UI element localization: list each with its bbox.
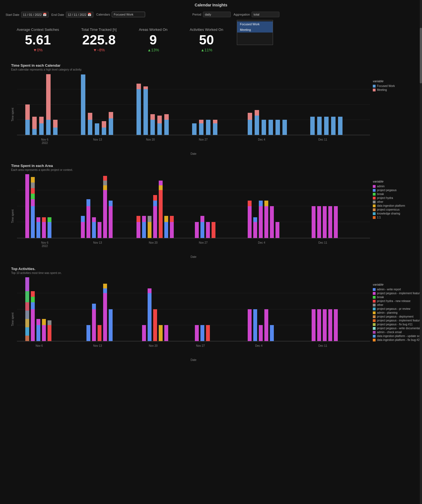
svg-text:Nov 6: Nov 6	[41, 138, 49, 141]
svg-text:Dec 4: Dec 4	[258, 241, 265, 244]
svg-rect-134	[334, 206, 338, 238]
chart2-title: Time Spent in each Area	[11, 164, 411, 168]
svg-rect-23	[102, 128, 106, 135]
legend-dip-update-schemas: data ingestion platform - update schemas	[373, 335, 422, 338]
svg-rect-49	[275, 120, 280, 135]
svg-rect-93	[103, 190, 107, 238]
svg-rect-27	[136, 89, 141, 135]
svg-rect-128	[270, 206, 274, 238]
aggregation-group: Aggregation total average	[234, 12, 279, 17]
svg-rect-86	[81, 222, 85, 238]
chart2-legend-title: variable	[373, 180, 417, 183]
chart3-legend: variable admin - write report project pe…	[373, 277, 422, 361]
svg-rect-182	[159, 325, 163, 341]
svg-rect-160	[31, 309, 35, 341]
chart3-section: Top Activities. Top 10 activities most t…	[0, 261, 422, 364]
svg-rect-38	[199, 123, 203, 135]
svg-rect-95	[103, 181, 107, 185]
svg-rect-40	[206, 120, 210, 135]
svg-rect-161	[31, 302, 35, 309]
svg-rect-114	[170, 216, 174, 222]
calendar-option-meeting[interactable]: Meeting	[237, 27, 273, 33]
svg-rect-47	[262, 120, 266, 135]
legend-admin: admin	[373, 185, 417, 188]
svg-text:Dec 4: Dec 4	[255, 344, 263, 347]
svg-rect-116	[200, 222, 204, 238]
svg-rect-155	[25, 302, 29, 311]
calendar-option-focused[interactable]: Focused Work	[237, 21, 273, 27]
svg-rect-156	[25, 311, 29, 319]
svg-rect-181	[153, 309, 157, 341]
svg-rect-25	[109, 118, 113, 135]
svg-rect-121	[248, 201, 252, 206]
svg-rect-45	[255, 116, 259, 135]
svg-rect-19	[81, 74, 85, 135]
scrollbar[interactable]	[420, 0, 422, 504]
svg-rect-131	[317, 206, 321, 238]
svg-rect-34	[157, 116, 162, 123]
stat-label-1: Total Time Tracked [h]	[81, 28, 116, 32]
svg-rect-11	[32, 129, 37, 135]
end-date-label: End Date	[51, 13, 64, 16]
svg-rect-166	[42, 325, 46, 341]
svg-rect-153	[25, 277, 29, 291]
svg-text:Dec 11: Dec 11	[318, 241, 327, 244]
svg-rect-98	[109, 201, 113, 206]
stat-value-1: 225.8	[81, 33, 116, 47]
stat-change-0: ▼0%	[17, 48, 59, 52]
svg-rect-90	[92, 222, 96, 238]
chart2-legend: variable admin project pegasus break pro…	[373, 174, 417, 258]
svg-text:Nov 20: Nov 20	[149, 241, 158, 244]
svg-rect-109	[159, 185, 163, 190]
stat-change-2: ▲13%	[139, 48, 167, 52]
svg-rect-112	[164, 216, 168, 222]
stat-areas: Areas Worked On 9 ▲13%	[139, 28, 167, 52]
svg-rect-120	[248, 206, 252, 238]
svg-rect-24	[102, 121, 106, 128]
svg-rect-122	[253, 222, 257, 238]
svg-rect-169	[48, 320, 51, 325]
svg-rect-87	[81, 216, 85, 222]
svg-text:Dec 4: Dec 4	[258, 138, 265, 141]
svg-rect-20	[88, 120, 92, 135]
svg-rect-105	[153, 206, 157, 238]
legend-color-focused	[373, 85, 376, 88]
legend-meeting: Meeting	[373, 88, 417, 91]
svg-rect-163	[31, 291, 35, 297]
page-title: Calendar Insights	[0, 0, 422, 10]
legend-pp-implement-a: project pegasus - implement feature a	[373, 292, 422, 295]
svg-rect-119	[212, 222, 215, 238]
svg-rect-81	[36, 217, 40, 222]
svg-rect-106	[153, 201, 157, 206]
calendars-input[interactable]: Focused Work	[112, 12, 145, 17]
svg-rect-103	[148, 222, 152, 238]
stat-change-3: ▲11%	[190, 48, 223, 52]
svg-rect-192	[312, 309, 316, 341]
svg-rect-168	[48, 325, 51, 341]
stat-value-0: 5.61	[17, 33, 59, 47]
svg-text:Nov 20: Nov 20	[146, 138, 155, 141]
svg-rect-97	[109, 206, 113, 238]
start-date-label: Start Date	[6, 13, 19, 16]
chart2-section: Time Spent in each Area Each area repres…	[0, 158, 422, 261]
start-date-input[interactable]: 11 / 01 / 2022 📅	[21, 12, 49, 18]
svg-rect-196	[334, 309, 338, 341]
svg-text:Nov 27: Nov 27	[199, 138, 208, 141]
end-date-input[interactable]: 12 / 11 / 2022 📅	[66, 12, 93, 18]
svg-rect-78	[31, 183, 35, 188]
chart1-area: 0 5 10 15 20	[17, 74, 370, 155]
chart3-y-label: Time spent	[11, 313, 14, 326]
svg-rect-118	[206, 222, 210, 238]
svg-rect-172	[92, 304, 96, 309]
svg-rect-132	[323, 206, 327, 238]
svg-rect-100	[136, 216, 140, 222]
end-date-group: End Date 12 / 11 / 2022 📅	[51, 12, 93, 18]
aggregation-select[interactable]: total average	[252, 12, 279, 17]
svg-rect-104	[148, 216, 152, 222]
scrollbar-thumb[interactable]	[420, 28, 422, 83]
chart1-svg: 0 5 10 15 20	[17, 74, 370, 152]
period-select[interactable]: daily weekly	[203, 12, 231, 17]
svg-rect-30	[143, 86, 148, 89]
chart1-title: Time Spent in each Calendar	[11, 63, 411, 68]
svg-rect-174	[103, 293, 107, 341]
